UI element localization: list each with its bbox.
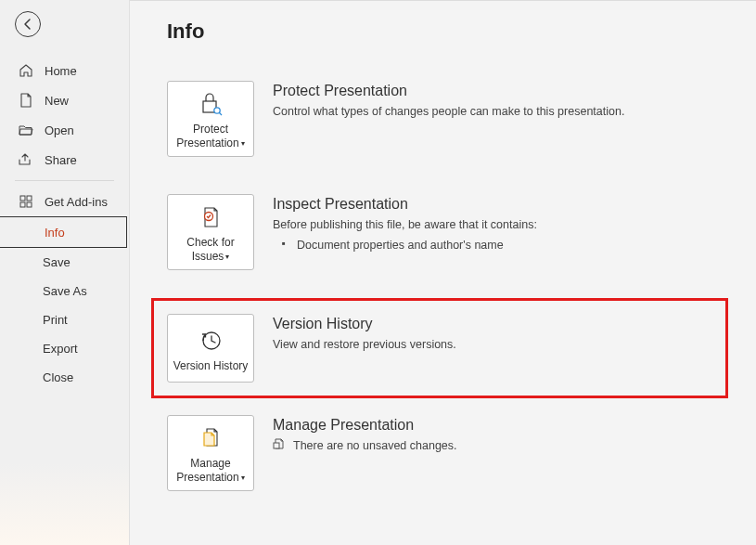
chevron-down-icon: ▾ bbox=[241, 139, 245, 148]
section-content: Protect Presentation Control what types … bbox=[273, 81, 624, 121]
lock-icon bbox=[196, 91, 225, 117]
share-icon bbox=[19, 152, 33, 167]
new-document-icon bbox=[19, 93, 33, 108]
tile-label: Manage Presentation▾ bbox=[172, 457, 250, 485]
svg-rect-2 bbox=[20, 202, 25, 207]
nav-label: Save As bbox=[43, 284, 87, 298]
nav-label: Export bbox=[43, 342, 78, 356]
tile-label: Check for Issues▾ bbox=[172, 236, 250, 264]
nav-label: Home bbox=[45, 64, 77, 78]
nav-label: Get Add-ins bbox=[45, 195, 108, 209]
info-pane: Info Protect Presentation▾ Protect Prese… bbox=[130, 0, 756, 545]
section-content: Inspect Presentation Before publishing t… bbox=[273, 194, 537, 254]
nav-open[interactable]: Open bbox=[0, 115, 129, 145]
manage-document-icon bbox=[196, 425, 225, 451]
section-title: Version History bbox=[273, 316, 456, 332]
version-history-section: Version History Version History View and… bbox=[151, 298, 728, 398]
nav-share[interactable]: Share bbox=[0, 145, 129, 175]
inspect-items: Document properties and author's name bbox=[273, 236, 537, 254]
section-desc: There are no unsaved changes. bbox=[273, 437, 457, 456]
back-button[interactable] bbox=[15, 11, 41, 37]
nav-label: Save bbox=[43, 255, 70, 269]
check-document-icon bbox=[196, 204, 225, 230]
home-icon bbox=[19, 63, 33, 78]
section-desc: Control what types of changes people can… bbox=[273, 103, 624, 121]
back-arrow-icon bbox=[21, 18, 34, 31]
nav-close[interactable]: Close bbox=[0, 363, 129, 392]
nav-addins[interactable]: Get Add-ins bbox=[0, 187, 129, 216]
nav-label: Close bbox=[43, 370, 73, 384]
unsaved-icon bbox=[273, 437, 286, 456]
section-desc: View and restore previous versions. bbox=[273, 336, 456, 354]
svg-rect-8 bbox=[274, 443, 279, 448]
section-title: Manage Presentation bbox=[273, 417, 457, 434]
nav-saveas[interactable]: Save As bbox=[0, 277, 129, 305]
svg-rect-0 bbox=[20, 196, 25, 201]
nav-export[interactable]: Export bbox=[0, 334, 129, 363]
svg-rect-1 bbox=[27, 196, 32, 201]
nav-new[interactable]: New bbox=[0, 85, 129, 115]
nav-save[interactable]: Save bbox=[0, 248, 129, 277]
nav-spacer bbox=[19, 225, 33, 240]
history-icon bbox=[196, 328, 225, 354]
svg-rect-3 bbox=[27, 202, 32, 207]
tile-label: Protect Presentation▾ bbox=[172, 123, 250, 150]
nav-print[interactable]: Print bbox=[0, 305, 129, 334]
protect-section: Protect Presentation▾ Protect Presentati… bbox=[167, 81, 756, 157]
nav-info[interactable]: Info bbox=[0, 216, 127, 248]
manage-section: Manage Presentation▾ Manage Presentation… bbox=[167, 415, 756, 491]
version-history-button[interactable]: Version History bbox=[167, 314, 254, 383]
protect-presentation-button[interactable]: Protect Presentation▾ bbox=[167, 81, 254, 157]
nav-home[interactable]: Home bbox=[0, 56, 129, 85]
nav-label: Open bbox=[45, 123, 74, 137]
chevron-down-icon: ▾ bbox=[241, 474, 245, 482]
nav-label: New bbox=[45, 94, 69, 108]
nav-divider bbox=[15, 180, 114, 181]
section-content: Manage Presentation There are no unsaved… bbox=[273, 415, 457, 456]
section-content: Version History View and restore previou… bbox=[273, 314, 456, 354]
backstage-sidebar: Home New Open Share Get Add-ins Info Sav… bbox=[0, 0, 130, 545]
section-title: Inspect Presentation bbox=[273, 196, 537, 213]
chevron-down-icon: ▾ bbox=[225, 253, 229, 261]
section-title: Protect Presentation bbox=[273, 83, 624, 99]
tile-label: Version History bbox=[173, 359, 249, 373]
nav-label: Share bbox=[45, 153, 77, 167]
addins-icon bbox=[19, 194, 33, 209]
inspect-section: Check for Issues▾ Inspect Presentation B… bbox=[167, 194, 756, 270]
page-title: Info bbox=[167, 19, 756, 44]
section-desc: Before publishing this file, be aware th… bbox=[273, 216, 537, 234]
check-issues-button[interactable]: Check for Issues▾ bbox=[167, 194, 254, 270]
manage-presentation-button[interactable]: Manage Presentation▾ bbox=[167, 415, 254, 491]
nav-label: Print bbox=[43, 313, 68, 327]
folder-open-icon bbox=[19, 123, 33, 137]
nav-label: Info bbox=[45, 226, 65, 240]
inspect-item: Document properties and author's name bbox=[273, 236, 537, 254]
